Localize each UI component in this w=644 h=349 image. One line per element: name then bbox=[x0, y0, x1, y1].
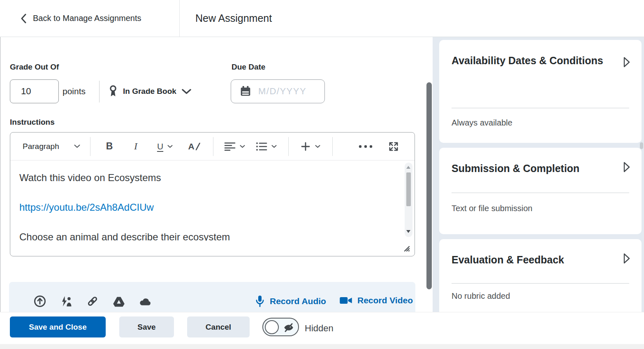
save-button[interactable]: Save bbox=[119, 316, 174, 337]
back-chevron-icon bbox=[21, 14, 26, 23]
align-dropdown[interactable] bbox=[219, 137, 250, 156]
quicklink-activity-icon bbox=[60, 295, 72, 307]
cancel-button[interactable]: Cancel bbox=[187, 316, 250, 337]
expand-icon bbox=[388, 141, 399, 152]
new-assignment-page: Standards Back to Manage Assignments New… bbox=[0, 0, 644, 349]
back-label: Back to Manage Assignments bbox=[33, 14, 141, 23]
bold-button[interactable]: B bbox=[96, 137, 123, 156]
visibility-toggle[interactable] bbox=[262, 318, 299, 336]
chevron-down-icon bbox=[240, 145, 245, 148]
page-scrollbar-thumb[interactable] bbox=[426, 82, 432, 289]
instructions-label: Instructions bbox=[10, 118, 55, 127]
settings-panel: Availability Dates & Conditions Always a… bbox=[433, 37, 644, 349]
points-label: points bbox=[63, 79, 86, 103]
page-title: New Assignment bbox=[195, 0, 272, 37]
align-left-icon bbox=[224, 142, 236, 151]
back-to-manage-assignments-button[interactable]: Back to Manage Assignments bbox=[21, 0, 141, 37]
visibility-toggle-label: Hidden bbox=[305, 312, 334, 344]
save-and-close-button[interactable]: Save and Close bbox=[10, 316, 106, 337]
editor-text-line: Watch this video on Ecosystems bbox=[19, 172, 386, 184]
instructions-editor: Paragraph B I U A bbox=[10, 132, 415, 256]
underline-icon: U bbox=[157, 142, 163, 151]
toolbar-separator bbox=[288, 137, 289, 156]
attach-link-button[interactable] bbox=[86, 295, 99, 307]
grade-divider bbox=[99, 81, 100, 102]
cloud-icon bbox=[139, 295, 151, 307]
card-summary: Text or file submission bbox=[452, 204, 533, 213]
font-color-icon: A bbox=[188, 142, 194, 151]
bottom-strip bbox=[0, 344, 644, 349]
italic-icon: I bbox=[134, 141, 137, 152]
attach-activity-button[interactable] bbox=[60, 295, 72, 307]
panel-scrollbar-thumb[interactable] bbox=[640, 142, 643, 149]
editor-resize-handle[interactable] bbox=[401, 243, 410, 252]
record-audio-label: Record Audio bbox=[270, 296, 326, 306]
in-grade-book-label: In Grade Book bbox=[123, 87, 176, 96]
chevron-down-icon bbox=[74, 144, 80, 148]
action-footer: Save and Close Save Cancel Hidden bbox=[0, 312, 644, 344]
caret-right-icon[interactable] bbox=[623, 253, 631, 264]
font-color-button[interactable]: A bbox=[181, 137, 207, 156]
editor-scrollbar-thumb[interactable] bbox=[406, 172, 411, 206]
editor-text-line: Choose an animal and describe their ecos… bbox=[19, 231, 386, 241]
underline-dropdown[interactable]: U bbox=[149, 137, 181, 156]
scroll-up-arrow-icon[interactable] bbox=[406, 166, 410, 169]
italic-button[interactable]: I bbox=[123, 137, 149, 156]
bold-icon: B bbox=[106, 141, 113, 152]
toolbar-separator bbox=[90, 137, 90, 156]
header-divider bbox=[179, 0, 180, 37]
ellipsis-icon bbox=[359, 145, 373, 148]
chevron-down-icon bbox=[167, 145, 173, 148]
toolbar-separator bbox=[213, 137, 213, 156]
card-divider bbox=[452, 283, 629, 284]
list-dropdown[interactable] bbox=[250, 137, 283, 156]
grade-points-input[interactable] bbox=[10, 79, 59, 103]
upload-file-button[interactable] bbox=[34, 295, 46, 307]
video-camera-icon bbox=[339, 295, 352, 306]
microphone-icon bbox=[255, 295, 265, 307]
link-icon bbox=[86, 295, 99, 307]
availability-dates-card[interactable]: Availability Dates & Conditions Always a… bbox=[439, 40, 642, 143]
editor-scrollbar[interactable] bbox=[405, 163, 412, 237]
ribbon-icon bbox=[109, 85, 118, 98]
card-summary: No rubric added bbox=[452, 291, 510, 301]
grade-out-of-label: Grade Out Of bbox=[10, 63, 59, 72]
in-grade-book-dropdown[interactable]: In Grade Book bbox=[109, 79, 191, 103]
card-divider bbox=[452, 108, 629, 108]
toolbar-separator bbox=[332, 137, 333, 156]
editor-toolbar: Paragraph B I U A bbox=[10, 133, 415, 161]
insert-dropdown[interactable] bbox=[294, 137, 327, 156]
plus-icon bbox=[301, 142, 310, 151]
upload-icon bbox=[34, 295, 46, 307]
record-audio-button[interactable]: Record Audio bbox=[255, 295, 326, 307]
due-date-placeholder: M/D/YYYY bbox=[258, 86, 306, 97]
toggle-knob[interactable] bbox=[265, 320, 279, 334]
card-title: Availability Dates & Conditions bbox=[452, 51, 604, 70]
onedrive-button[interactable] bbox=[139, 295, 151, 307]
editor-content[interactable]: Watch this video on Ecosystems https://y… bbox=[10, 161, 415, 241]
caret-right-icon[interactable] bbox=[623, 56, 631, 68]
scroll-down-arrow-icon[interactable] bbox=[406, 230, 410, 233]
bullet-list-icon bbox=[256, 142, 267, 151]
record-video-label: Record Video bbox=[357, 295, 413, 305]
eye-slash-icon bbox=[283, 322, 294, 333]
paragraph-style-dropdown[interactable]: Paragraph bbox=[19, 137, 84, 156]
record-video-button[interactable]: Record Video bbox=[339, 295, 413, 306]
submission-completion-card[interactable]: Submission & Completion Text or file sub… bbox=[439, 148, 642, 234]
calendar-icon bbox=[239, 85, 252, 98]
card-divider bbox=[452, 193, 629, 193]
chevron-down-icon bbox=[271, 145, 277, 148]
caret-right-icon[interactable] bbox=[623, 161, 631, 173]
top-header: Back to Manage Assignments New Assignmen… bbox=[0, 0, 644, 37]
google-drive-button[interactable] bbox=[113, 295, 125, 307]
google-drive-icon bbox=[113, 295, 125, 307]
more-actions-button[interactable] bbox=[349, 137, 382, 156]
card-title: Submission & Completion bbox=[452, 159, 604, 178]
fullscreen-button[interactable] bbox=[382, 137, 405, 156]
due-date-field[interactable]: M/D/YYYY bbox=[231, 79, 325, 103]
paragraph-label: Paragraph bbox=[23, 142, 59, 151]
chevron-down-icon bbox=[182, 89, 191, 94]
editor-youtube-link[interactable]: https://youtu.be/2sAh8AdCIUw bbox=[19, 202, 386, 213]
card-summary: Always available bbox=[452, 118, 512, 128]
due-date-label: Due Date bbox=[232, 63, 265, 72]
